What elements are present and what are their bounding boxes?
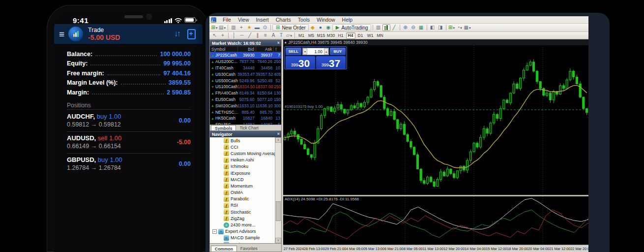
scrollbar-thumb[interactable] bbox=[276, 201, 281, 221]
text-label-tool[interactable]: T bbox=[277, 32, 285, 39]
scroll-down-icon[interactable]: ˅ bbox=[275, 238, 281, 243]
position-row[interactable]: AUDUSD, sell 1.000.66149 → 0.66154-5.00 bbox=[67, 132, 191, 154]
close-icon[interactable]: × bbox=[277, 40, 280, 45]
menu-file[interactable]: File bbox=[219, 17, 234, 23]
tile-windows-button[interactable]: ▦ bbox=[417, 24, 425, 31]
zoom-out-button[interactable]: ⊖ bbox=[410, 24, 417, 31]
sell-price[interactable]: 39930 bbox=[286, 56, 315, 69]
navigator-toggle[interactable]: ★ bbox=[245, 24, 253, 31]
strategy-tester-toggle[interactable]: ⊙ bbox=[261, 24, 269, 31]
horizontal-line-tool[interactable]: ─ bbox=[238, 32, 246, 39]
trendline-tool[interactable]: ╱ bbox=[246, 32, 254, 39]
navigator-item[interactable]: ƒZigZag bbox=[210, 215, 275, 221]
line-chart-mode-button[interactable]: ╱ bbox=[390, 24, 398, 31]
terminal-toggle[interactable]: ▬ bbox=[253, 24, 261, 31]
community-button[interactable]: ● bbox=[317, 24, 324, 31]
buy-price[interactable]: 39937 bbox=[316, 56, 346, 69]
autotrading-button[interactable]: ▶ AutoTrading bbox=[332, 24, 371, 31]
navigator-item[interactable]: ƒiExposure bbox=[210, 170, 275, 176]
timeframe-mn[interactable]: MN bbox=[376, 32, 385, 39]
bar-chart-mode-button[interactable]: ▥ bbox=[375, 24, 382, 31]
periods-button[interactable]: ◔▾ bbox=[456, 24, 464, 31]
market-watch-row[interactable]: ▲US500Cash5249.965250.4852 bbox=[210, 77, 281, 84]
market-watch-row[interactable]: ▲SWI20Cash11633.1011636.10300 bbox=[210, 102, 281, 109]
menu-window[interactable]: Window bbox=[313, 17, 338, 23]
navigator-item[interactable]: ƒCCI bbox=[210, 144, 275, 150]
buy-button[interactable]: BUY bbox=[330, 48, 346, 55]
timeframe-h1[interactable]: H1 bbox=[336, 32, 346, 39]
timeframe-m30[interactable]: M30 bbox=[326, 32, 336, 39]
navigator-item[interactable]: ƒRSI bbox=[210, 202, 275, 209]
hamburger-menu-icon[interactable]: ≡ bbox=[59, 30, 64, 39]
navigator-titlebar[interactable]: Navigator × bbox=[210, 131, 281, 137]
channel-tool[interactable]: ∥ bbox=[254, 32, 262, 39]
close-icon[interactable]: × bbox=[277, 131, 280, 136]
navigator-item[interactable]: −≈Expert Advisors bbox=[210, 228, 275, 235]
menu-charts[interactable]: Charts bbox=[272, 17, 294, 23]
zoom-in-button[interactable]: ⊕ bbox=[402, 24, 410, 31]
market-watch-row[interactable]: ▲US30Cash39353.4739357.52405 bbox=[210, 71, 281, 77]
cursor-tool[interactable]: ↖ bbox=[211, 32, 219, 39]
vertical-line-tool[interactable]: │ bbox=[230, 32, 238, 39]
timeframe-h4[interactable]: H4 bbox=[346, 32, 355, 39]
new-order-button[interactable]: ⊞ New Order bbox=[272, 24, 309, 31]
market-watch-row[interactable]: ▲NETH25C...885.40885.7030 bbox=[210, 109, 281, 115]
navigator-item[interactable]: ƒHeiken Ashi bbox=[210, 157, 275, 163]
timeframe-m15[interactable]: M15 bbox=[317, 32, 326, 39]
price-chart[interactable]: SELL ▾ 1.00 ▴ BUY 39930 39937 bbox=[283, 45, 588, 195]
tab-favorites[interactable]: Favorites bbox=[237, 246, 261, 252]
navigator-item[interactable]: ƒStochastic bbox=[210, 209, 275, 215]
new-chart-button[interactable]: ⊞▾ bbox=[210, 24, 218, 31]
timeframe-w1[interactable]: W1 bbox=[366, 32, 375, 39]
menu-tools[interactable]: Tools bbox=[294, 17, 314, 23]
timeframe-d1[interactable]: D1 bbox=[356, 32, 365, 39]
profiles-button[interactable]: ▤▾ bbox=[218, 24, 226, 31]
navigator-item[interactable]: ◦2430 more... bbox=[210, 221, 275, 228]
arrange-windows-button[interactable]: ◨ bbox=[437, 24, 444, 31]
menu-insert[interactable]: Insert bbox=[253, 17, 272, 23]
market-watch-row[interactable]: ▲IT40Cash344483445810 bbox=[210, 65, 281, 71]
market-watch-row[interactable]: ▲EU50Cash5075.605077.10150 bbox=[210, 96, 281, 103]
scroll-up-icon[interactable]: ˄ bbox=[275, 137, 281, 143]
position-row[interactable]: GBPUSD, buy 1.001.26784 → 1.267840.00 bbox=[67, 154, 191, 175]
adx-indicator-pane[interactable]: ADX(14) 24.5098 +DI:25.8176 -DI:11.9566 bbox=[283, 196, 588, 245]
navigator-item[interactable]: ƒBulls bbox=[210, 137, 275, 144]
menu-help[interactable]: Help bbox=[339, 17, 356, 23]
navigator-item[interactable]: ƒMomentum bbox=[210, 183, 275, 189]
menu-view[interactable]: View bbox=[234, 17, 253, 23]
market-watch-row[interactable]: ▼US100Cash18334.5018337.00250 bbox=[210, 84, 281, 90]
market-watch-row[interactable]: ▲AUS200C...7837.767840.26250 bbox=[210, 59, 281, 65]
indicators-button[interactable]: ⊞▾ bbox=[448, 24, 456, 31]
lot-decrease-icon[interactable]: ▾ bbox=[303, 48, 307, 55]
timeframe-m1[interactable]: M1 bbox=[297, 32, 306, 39]
navigator-item[interactable]: ƒIchimoku bbox=[210, 163, 275, 170]
oneclick-collapse-icon[interactable]: ▴ bbox=[285, 40, 287, 44]
navigator-item[interactable]: ƒOsMA bbox=[210, 189, 275, 196]
navigator-item[interactable]: ƒMACD bbox=[210, 176, 275, 183]
lot-increase-icon[interactable]: ▴ bbox=[324, 48, 328, 55]
market-watch-row[interactable]: ▲SPA35C...14082140875 bbox=[210, 122, 281, 125]
crosshair-tool[interactable]: + bbox=[219, 32, 227, 39]
sell-button[interactable]: SELL bbox=[286, 48, 301, 55]
market-watch-row[interactable]: ▲FRA40Cash8149.348150.64130 bbox=[210, 90, 281, 96]
metaeditor-button[interactable]: ◆ bbox=[309, 24, 317, 31]
navigator-item[interactable]: ≈MACD Sample bbox=[210, 235, 275, 241]
tab-common[interactable]: Common bbox=[211, 246, 237, 252]
position-row[interactable]: AUDCHF, buy 1.000.59812 → 0.598120.00 bbox=[67, 110, 191, 132]
market-watch-titlebar[interactable]: Market Watch: 16:05:02 × bbox=[210, 40, 281, 46]
shapes-tool[interactable]: ▱▾ bbox=[285, 32, 293, 39]
timeframe-m5[interactable]: M5 bbox=[307, 32, 316, 39]
data-window-toggle[interactable]: + bbox=[237, 24, 245, 31]
new-order-icon[interactable] bbox=[187, 29, 196, 39]
navigator-item[interactable]: ƒParabolic bbox=[210, 196, 275, 202]
text-tool[interactable]: A bbox=[269, 32, 277, 39]
market-search-button[interactable]: ◉ bbox=[324, 24, 332, 31]
market-watch-toggle[interactable]: ▥ bbox=[230, 24, 237, 31]
navigator-item[interactable]: ƒCustom Moving Averages bbox=[210, 150, 275, 157]
market-watch-row[interactable]: ▲JP225Cash39930399377 bbox=[210, 52, 281, 59]
fibonacci-tool[interactable]: ≡ bbox=[262, 32, 269, 39]
candle-chart-mode-button[interactable] bbox=[382, 24, 390, 31]
auto-arrange-button[interactable]: ◧ bbox=[429, 24, 437, 31]
market-watch-row[interactable]: ▲HK50Cash168271684013 bbox=[210, 115, 281, 122]
templates-button[interactable]: ▦▾ bbox=[464, 24, 471, 31]
